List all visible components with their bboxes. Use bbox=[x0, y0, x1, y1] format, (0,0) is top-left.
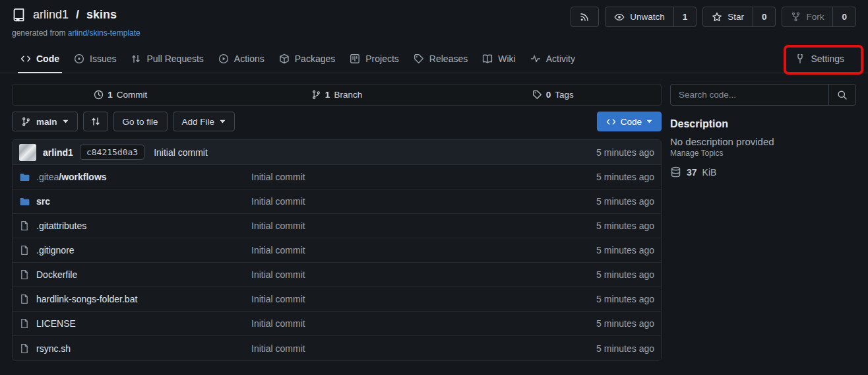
tab-packages[interactable]: Packages bbox=[272, 46, 342, 73]
table-row[interactable]: src Initial commit 5 minutes ago bbox=[13, 189, 661, 214]
forks-count[interactable]: 0 bbox=[832, 7, 855, 26]
branches-stat[interactable]: 1 Branch bbox=[229, 85, 445, 105]
tab-pull-requests-label: Pull Requests bbox=[146, 53, 203, 64]
table-row[interactable]: Dockerfile Initial commit 5 minutes ago bbox=[13, 263, 661, 287]
file-name-link[interactable]: Dockerfile bbox=[36, 269, 77, 280]
generated-from-label: generated from bbox=[12, 28, 65, 38]
avatar[interactable] bbox=[19, 144, 36, 161]
tab-projects[interactable]: Projects bbox=[342, 46, 406, 73]
tab-wiki[interactable]: Wiki bbox=[475, 46, 522, 73]
git-compare-icon bbox=[90, 116, 101, 127]
tab-code[interactable]: Code bbox=[13, 46, 67, 73]
file-commit-message[interactable]: Initial commit bbox=[251, 196, 596, 207]
commits-stat[interactable]: 1 Commit bbox=[13, 85, 229, 105]
branch-selector[interactable]: main bbox=[12, 112, 78, 131]
tag-icon bbox=[532, 90, 542, 100]
pulse-icon bbox=[530, 53, 541, 64]
cube-icon bbox=[279, 53, 290, 64]
git-branch-icon bbox=[21, 117, 31, 127]
file-icon bbox=[19, 343, 30, 354]
code-icon bbox=[606, 117, 616, 127]
file-commit-time: 5 minutes ago bbox=[596, 221, 654, 231]
main-content: 1 Commit 1 Branch 0 Tags bbox=[0, 73, 868, 361]
file-toolbar: main Go to file Add File bbox=[12, 112, 662, 131]
repo-size-value: 37 bbox=[687, 167, 697, 178]
file-name-link[interactable]: .gitattributes bbox=[36, 221, 86, 231]
chevron-down-icon bbox=[646, 119, 652, 123]
file-table: arlind1 c84215d0a3 Initial commit 5 minu… bbox=[12, 139, 662, 361]
file-commit-message[interactable]: Initial commit bbox=[251, 245, 596, 256]
commit-author-link[interactable]: arlind1 bbox=[43, 147, 73, 158]
file-commit-message[interactable]: Initial commit bbox=[251, 343, 596, 354]
file-commit-message[interactable]: Initial commit bbox=[251, 172, 596, 182]
file-icon bbox=[19, 318, 30, 329]
file-name-link[interactable]: LICENSE bbox=[36, 318, 76, 329]
commit-hash-link[interactable]: c84215d0a3 bbox=[80, 145, 144, 160]
add-file-button[interactable]: Add File bbox=[173, 112, 235, 131]
star-button-group: Star 0 bbox=[702, 7, 776, 27]
tab-activity[interactable]: Activity bbox=[523, 46, 582, 73]
file-commit-time: 5 minutes ago bbox=[596, 318, 654, 329]
file-icon bbox=[19, 221, 30, 231]
file-name-link[interactable]: rsync.sh bbox=[36, 343, 71, 354]
unwatch-label: Unwatch bbox=[630, 12, 665, 22]
stars-count[interactable]: 0 bbox=[753, 7, 776, 26]
repo-owner-link[interactable]: arlind1 bbox=[33, 8, 69, 22]
repo-tab-bar: Code Issues Pull Requests Actions Packag… bbox=[0, 46, 868, 73]
issue-circle-icon bbox=[74, 53, 84, 64]
chevron-down-icon bbox=[220, 119, 226, 123]
table-row[interactable]: rsync.sh Initial commit 5 minutes ago bbox=[13, 336, 661, 360]
file-name-link[interactable]: hardlink-songs-folder.bat bbox=[36, 294, 137, 304]
tab-issues[interactable]: Issues bbox=[67, 46, 123, 73]
git-branch-icon bbox=[311, 90, 321, 100]
unwatch-button[interactable]: Unwatch bbox=[605, 7, 673, 26]
table-row[interactable]: LICENSE Initial commit 5 minutes ago bbox=[13, 312, 661, 336]
book-icon bbox=[482, 53, 493, 64]
file-name-link[interactable]: .gitea/workflows bbox=[36, 172, 107, 182]
search-button[interactable] bbox=[828, 85, 855, 105]
table-row[interactable]: .gitignore Initial commit 5 minutes ago bbox=[13, 238, 661, 263]
star-label: Star bbox=[728, 12, 744, 22]
commit-message-link[interactable]: Initial commit bbox=[154, 147, 208, 158]
tags-stat[interactable]: 0 Tags bbox=[445, 85, 661, 105]
file-commit-message[interactable]: Initial commit bbox=[251, 221, 596, 231]
rss-button[interactable] bbox=[571, 7, 599, 27]
latest-commit-row: arlind1 c84215d0a3 Initial commit 5 minu… bbox=[13, 140, 661, 165]
code-download-button[interactable]: Code bbox=[597, 112, 662, 131]
file-icon bbox=[19, 245, 30, 256]
fork-button[interactable]: Fork bbox=[782, 7, 832, 26]
tab-actions-label: Actions bbox=[234, 53, 264, 64]
watchers-count[interactable]: 1 bbox=[673, 7, 697, 26]
star-button[interactable]: Star bbox=[703, 7, 753, 26]
database-icon bbox=[670, 166, 681, 178]
go-to-file-label: Go to file bbox=[123, 117, 158, 127]
code-button-label: Code bbox=[621, 117, 642, 127]
tab-releases[interactable]: Releases bbox=[406, 46, 475, 73]
clock-history-icon bbox=[94, 90, 104, 100]
table-row[interactable]: .gitattributes Initial commit 5 minutes … bbox=[13, 214, 661, 238]
branch-name: main bbox=[36, 117, 57, 127]
repo-name-link[interactable]: skins bbox=[86, 8, 117, 22]
file-commit-message[interactable]: Initial commit bbox=[251, 294, 596, 304]
table-row[interactable]: hardlink-songs-folder.bat Initial commit… bbox=[13, 287, 661, 312]
file-commit-message[interactable]: Initial commit bbox=[251, 318, 596, 329]
tab-pull-requests[interactable]: Pull Requests bbox=[123, 46, 210, 73]
manage-topics-link[interactable]: Manage Topics bbox=[670, 149, 724, 158]
tab-settings[interactable]: Settings bbox=[788, 46, 852, 73]
file-name-link[interactable]: src bbox=[36, 196, 50, 207]
tab-wiki-label: Wiki bbox=[498, 53, 515, 64]
search-input[interactable] bbox=[671, 85, 828, 105]
repo-action-buttons: Unwatch 1 Star 0 bbox=[571, 7, 856, 27]
file-commit-message[interactable]: Initial commit bbox=[251, 269, 596, 280]
table-row[interactable]: .gitea/workflows Initial commit 5 minute… bbox=[13, 165, 661, 189]
folder-icon bbox=[19, 172, 30, 182]
go-to-file-button[interactable]: Go to file bbox=[113, 112, 168, 131]
compare-button[interactable] bbox=[83, 112, 108, 131]
tab-actions[interactable]: Actions bbox=[211, 46, 272, 73]
file-icon bbox=[19, 269, 30, 280]
repo-separator: / bbox=[76, 8, 79, 22]
template-link[interactable]: arlind/skins-template bbox=[68, 28, 140, 38]
file-name-link[interactable]: .gitignore bbox=[36, 245, 75, 256]
project-board-icon bbox=[350, 53, 360, 64]
search-icon bbox=[837, 90, 848, 100]
